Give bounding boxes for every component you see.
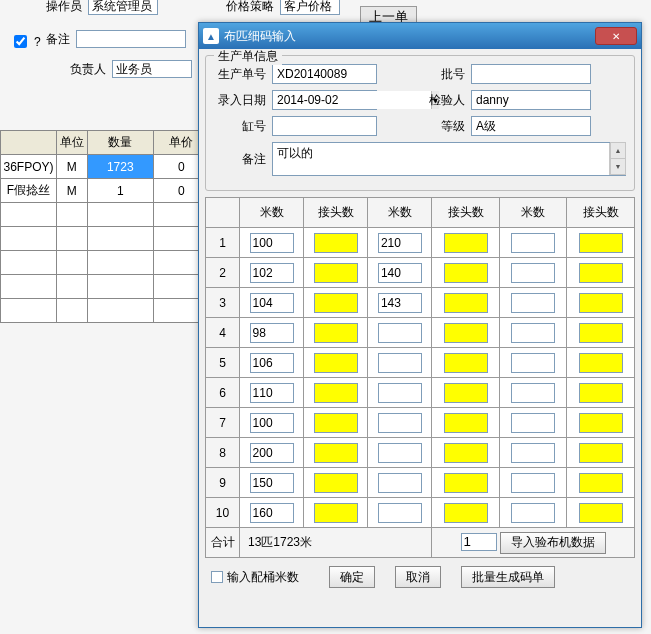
entry-date-picker[interactable]: ▼ — [272, 90, 377, 110]
meters-input[interactable] — [511, 293, 555, 313]
summary-page-input[interactable] — [461, 533, 497, 551]
unknown-checkbox[interactable]: ? — [10, 32, 41, 51]
joints-input[interactable] — [444, 323, 488, 343]
spin-up-icon[interactable]: ▲ — [610, 142, 626, 159]
ok-button[interactable]: 确定 — [329, 566, 375, 588]
joints-input[interactable] — [444, 263, 488, 283]
table-row[interactable] — [1, 203, 210, 227]
joints-input[interactable] — [314, 233, 358, 253]
prod-no-input[interactable] — [272, 64, 377, 84]
joints-input[interactable] — [314, 413, 358, 433]
joints-input[interactable] — [444, 443, 488, 463]
joints-input[interactable] — [579, 473, 623, 493]
meters-input[interactable] — [378, 353, 422, 373]
meters-input[interactable] — [378, 383, 422, 403]
meters-input[interactable] — [250, 473, 294, 493]
joints-input[interactable] — [314, 503, 358, 523]
table-row[interactable]: 36FPOY)M17230 — [1, 155, 210, 179]
unknown-checkbox-box[interactable] — [14, 35, 27, 48]
joints-input[interactable] — [314, 263, 358, 283]
inspector-input[interactable] — [471, 90, 591, 110]
joints-input[interactable] — [579, 323, 623, 343]
vat-no-input[interactable] — [272, 116, 377, 136]
meters-input[interactable] — [250, 383, 294, 403]
bg-cell-qty[interactable]: 1723 — [87, 155, 153, 179]
meters-input[interactable] — [378, 413, 422, 433]
meters-input[interactable] — [250, 293, 294, 313]
bg-cell-unit[interactable]: M — [57, 179, 88, 203]
table-row[interactable] — [1, 275, 210, 299]
meters-input[interactable] — [511, 383, 555, 403]
meters-input[interactable] — [378, 473, 422, 493]
joints-input[interactable] — [444, 473, 488, 493]
allocate-checkbox[interactable]: 输入配桶米数 — [211, 569, 299, 586]
meters-input[interactable] — [250, 263, 294, 283]
table-row[interactable] — [1, 251, 210, 275]
joints-input[interactable] — [579, 263, 623, 283]
joints-input[interactable] — [444, 353, 488, 373]
meters-input[interactable] — [511, 263, 555, 283]
joints-input[interactable] — [314, 293, 358, 313]
meters-input[interactable] — [378, 233, 422, 253]
joints-input[interactable] — [444, 503, 488, 523]
spin-down-icon[interactable]: ▼ — [610, 158, 626, 175]
entry-date-input[interactable] — [273, 91, 431, 109]
table-row[interactable] — [1, 227, 210, 251]
meters-input[interactable] — [250, 353, 294, 373]
meters-input[interactable] — [511, 353, 555, 373]
cancel-button[interactable]: 取消 — [395, 566, 441, 588]
meters-input[interactable] — [378, 503, 422, 523]
dialog-titlebar[interactable]: ▲ 布匹细码输入 ✕ — [199, 23, 641, 49]
import-data-button[interactable]: 导入验布机数据 — [500, 532, 606, 554]
meters-input[interactable] — [511, 503, 555, 523]
bg-cell-unit[interactable]: M — [57, 155, 88, 179]
joints-input[interactable] — [444, 383, 488, 403]
joints-input[interactable] — [444, 233, 488, 253]
joints-input[interactable] — [579, 413, 623, 433]
joints-input[interactable] — [314, 443, 358, 463]
grade-input[interactable] — [471, 116, 591, 136]
meters-input[interactable] — [250, 323, 294, 343]
table-row[interactable]: F假捻丝M10 — [1, 179, 210, 203]
joints-input[interactable] — [314, 323, 358, 343]
meters-input[interactable] — [250, 233, 294, 253]
bg-incharge-input[interactable] — [112, 60, 192, 78]
joints-input[interactable] — [579, 353, 623, 373]
operator-input[interactable] — [88, 0, 158, 15]
bg-cell-name[interactable]: 36FPOY) — [1, 155, 57, 179]
joints-input[interactable] — [444, 293, 488, 313]
batch-no-input[interactable] — [471, 64, 591, 84]
allocate-checkbox-box[interactable] — [211, 571, 223, 583]
dialog-title: 布匹细码输入 — [224, 28, 595, 45]
joints-input[interactable] — [579, 383, 623, 403]
joints-input[interactable] — [579, 503, 623, 523]
meters-input[interactable] — [250, 503, 294, 523]
table-row[interactable] — [1, 299, 210, 323]
price-strategy-input[interactable] — [280, 0, 340, 15]
close-button[interactable]: ✕ — [595, 27, 637, 45]
meters-input[interactable] — [511, 323, 555, 343]
joints-input[interactable] — [314, 383, 358, 403]
dialog-icon: ▲ — [203, 28, 219, 44]
bg-cell-name[interactable]: F假捻丝 — [1, 179, 57, 203]
meters-input[interactable] — [511, 233, 555, 253]
meters-input[interactable] — [378, 263, 422, 283]
meters-input[interactable] — [250, 413, 294, 433]
joints-input[interactable] — [444, 413, 488, 433]
remark-textarea[interactable] — [273, 143, 609, 175]
joints-input[interactable] — [314, 473, 358, 493]
joints-input[interactable] — [579, 233, 623, 253]
joints-input[interactable] — [579, 443, 623, 463]
meters-input[interactable] — [511, 413, 555, 433]
meters-input[interactable] — [378, 293, 422, 313]
joints-input[interactable] — [314, 353, 358, 373]
joints-input[interactable] — [579, 293, 623, 313]
meters-input[interactable] — [511, 443, 555, 463]
meters-input[interactable] — [378, 323, 422, 343]
bg-remark-input[interactable] — [76, 30, 186, 48]
batch-generate-button[interactable]: 批量生成码单 — [461, 566, 555, 588]
bg-cell-qty[interactable]: 1 — [87, 179, 153, 203]
meters-input[interactable] — [378, 443, 422, 463]
meters-input[interactable] — [511, 473, 555, 493]
meters-input[interactable] — [250, 443, 294, 463]
